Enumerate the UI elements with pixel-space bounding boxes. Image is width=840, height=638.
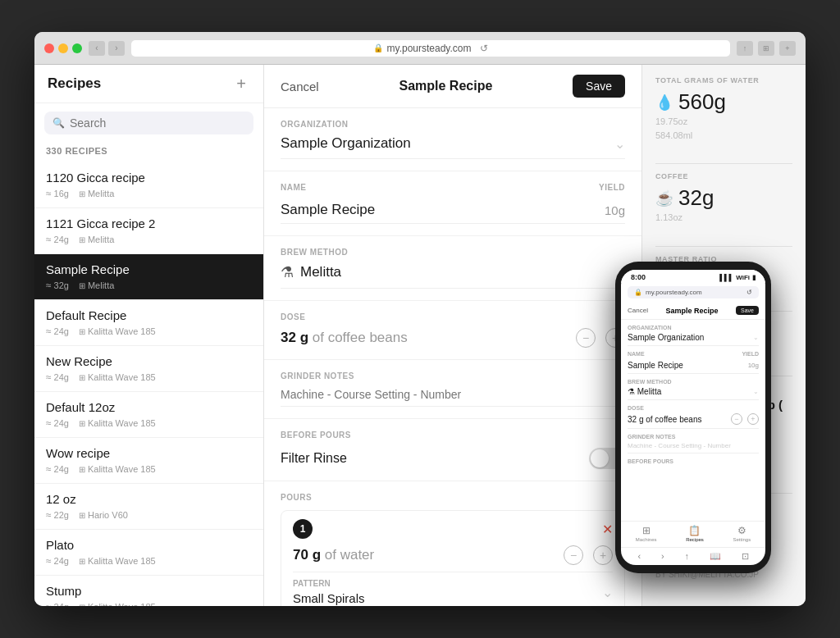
recipe-item-meta: ≈ 24g ⊞ Kalitta Wave 185 (46, 555, 252, 567)
grinder-notes-input[interactable] (281, 388, 625, 407)
recipe-name-input[interactable] (281, 202, 592, 218)
phone-screen: 8:00 ▌▌▌ WiFi ▮ 🔒 my.poursteady.com ↺ Ca… (621, 270, 765, 565)
phone-back-icon[interactable]: ‹ (637, 551, 641, 562)
coffee-value: ☕ 32g (655, 185, 792, 211)
grinder-notes-section: GRINDER NOTES (264, 360, 641, 419)
pour-amount: 70 g of water (293, 547, 374, 563)
pour-decrease-button[interactable]: − (564, 545, 583, 565)
dose-decrease-button[interactable]: − (576, 328, 596, 348)
phone-nav-header: Cancel Sample Recipe Save (621, 302, 765, 320)
phone-grinder-label: GRINDER NOTES (628, 434, 759, 440)
coffee-label: COFFEE (655, 172, 792, 180)
phone-cancel-button[interactable]: Cancel (628, 307, 648, 314)
phone-recipe-title: Sample Recipe (665, 307, 718, 315)
recipe-dose: ≈ 24g (46, 601, 69, 606)
phone-dose-decrease-button[interactable]: − (731, 413, 742, 425)
coffee-icon: ☕ (655, 189, 673, 207)
phone-url: my.poursteady.com (646, 289, 702, 296)
phone-dose-increase-button[interactable]: + (747, 413, 759, 425)
minimize-button[interactable] (58, 43, 68, 53)
recipe-item-meta: ≈ 24g ⊞ Melitta (46, 234, 252, 245)
recipe-item-name: New Recipe (46, 354, 252, 368)
filter-rinse-row: Filter Rinse (281, 448, 625, 469)
url-text: my.poursteady.com (387, 43, 472, 54)
phone-share-icon[interactable]: ↑ (684, 551, 689, 562)
phone-bookmarks-icon[interactable]: 📖 (710, 551, 721, 562)
back-button[interactable]: ‹ (89, 41, 105, 56)
search-input[interactable] (70, 116, 245, 130)
water-sub: 19.75oz 584.08ml (655, 115, 792, 142)
recipe-filter: ⊞ Hario V60 (79, 510, 128, 520)
phone-yield-label: YIELD (742, 351, 759, 357)
phone-org-field[interactable]: Sample Organization ⌄ (628, 333, 759, 346)
recipe-item-name: Sample Recipe (46, 262, 252, 276)
phone-name-field[interactable]: Sample Recipe 10g (628, 361, 759, 374)
phone-brew-field[interactable]: ⚗ Melitta ⌄ (628, 387, 759, 400)
add-recipe-button[interactable]: + (232, 75, 250, 93)
recipe-list-item[interactable]: 1121 Gicca recipe 2 ≈ 24g ⊞ Melitta (34, 208, 263, 254)
brew-method-field[interactable]: ⚗ Melitta ⌄ (281, 263, 625, 289)
coffee-sub: 1.13oz (655, 211, 792, 225)
phone-reload-icon[interactable]: ↺ (746, 289, 752, 296)
recipe-list-item[interactable]: New Recipe ≈ 24g ⊞ Kalitta Wave 185 (34, 346, 263, 392)
recipe-list-item[interactable]: Wow recipe ≈ 24g ⊞ Kalitta Wave 185 (34, 438, 263, 484)
lock-icon: 🔒 (373, 43, 383, 52)
phone-dose-stepper: − + (731, 413, 759, 425)
save-button[interactable]: Save (573, 75, 625, 98)
pour-stepper: − + (564, 545, 613, 565)
brew-method-label: BREW METHOD (281, 248, 625, 257)
recipe-list-item[interactable]: Plato ≈ 24g ⊞ Kalitta Wave 185 (34, 530, 263, 576)
phone-tabs-icon[interactable]: ⊡ (742, 551, 749, 562)
phone-url-bar[interactable]: 🔒 my.poursteady.com ↺ (628, 286, 759, 298)
add-tab-button[interactable]: + (779, 41, 796, 56)
recipe-list-item[interactable]: 1120 Gicca recipe ≈ 16g ⊞ Melitta (34, 162, 263, 208)
water-value: 💧 560g (655, 89, 792, 115)
organization-chevron-icon: ⌄ (614, 136, 625, 152)
search-box[interactable]: 🔍 (44, 112, 253, 134)
phone-nav-recipes[interactable]: 📋 Recipes (686, 525, 704, 542)
sidebar-toggle-button[interactable]: ⊞ (758, 41, 774, 56)
main-content: Cancel Sample Recipe Save ORGANIZATION S… (264, 65, 641, 606)
recipe-item-name: 1121 Gicca recipe 2 (46, 216, 252, 230)
recipe-filter: ⊞ Kalitta Wave 185 (79, 372, 156, 382)
pour-pattern-label: PATTERN (293, 579, 365, 588)
phone-mockup: 8:00 ▌▌▌ WiFi ▮ 🔒 my.poursteady.com ↺ Ca… (615, 262, 771, 573)
window-controls (44, 43, 82, 53)
phone-status-icons: ▌▌▌ WiFi ▮ (719, 274, 756, 281)
sidebar-header: Recipes + (34, 65, 263, 103)
water-label: TOTAL GRAMS OF WATER (655, 76, 792, 84)
pour-increase-button[interactable]: + (593, 545, 613, 565)
recipe-list-item[interactable]: 12 oz ≈ 22g ⊞ Hario V60 (34, 484, 263, 530)
phone-nav-settings[interactable]: ⚙ Settings (733, 525, 751, 542)
recipe-dose: ≈ 24g (46, 371, 69, 383)
sidebar: Recipes + 🔍 330 RECIPES 1120 Gicca recip… (34, 65, 264, 606)
pour-pattern-value: Small Spirals (293, 591, 365, 605)
before-pours-label: BEFORE POURS (281, 431, 625, 440)
phone-nav-machines[interactable]: ⊞ Machines (636, 525, 657, 542)
recipe-item-meta: ≈ 24g ⊞ Kalitta Wave 185 (46, 417, 252, 429)
cancel-button[interactable]: Cancel (281, 80, 319, 93)
recipe-dose: ≈ 32g (46, 280, 69, 291)
organization-field[interactable]: Sample Organization ⌄ (281, 135, 625, 159)
dose-section: DOSE 32 g of coffee beans − + (264, 301, 641, 360)
fullscreen-button[interactable] (72, 43, 82, 53)
reload-icon[interactable]: ↺ (480, 43, 488, 54)
phone-save-button[interactable]: Save (736, 306, 759, 315)
pour-item: 1 ✕ 70 g of water − + (281, 510, 625, 606)
close-button[interactable] (44, 43, 54, 53)
recipe-list-item[interactable]: Default 12oz ≈ 24g ⊞ Kalitta Wave 185 (34, 392, 263, 438)
dose-value: 32 g of coffee beans (281, 330, 408, 346)
organization-label: ORGANIZATION (281, 120, 625, 129)
phone-forward-icon[interactable]: › (661, 551, 664, 562)
address-bar[interactable]: 🔒 my.poursteady.com ↺ (131, 40, 730, 57)
recipe-item-meta: ≈ 24g ⊞ Kalitta Wave 185 (46, 371, 252, 383)
pour-delete-button[interactable]: ✕ (602, 522, 613, 537)
recipe-item-name: Stump (46, 584, 252, 598)
recipe-list-item[interactable]: Stump ≈ 24g ⊞ Kalitta Wave 185 (34, 576, 263, 606)
organization-section: ORGANIZATION Sample Organization ⌄ (264, 108, 641, 171)
recipe-list-item[interactable]: Sample Recipe ≈ 32g ⊞ Melitta (34, 254, 263, 300)
recipe-form: ORGANIZATION Sample Organization ⌄ NAME … (264, 108, 641, 606)
share-button[interactable]: ↑ (737, 41, 753, 56)
recipe-list-item[interactable]: Default Recipe ≈ 24g ⊞ Kalitta Wave 185 (34, 300, 263, 346)
forward-button[interactable]: › (108, 41, 125, 56)
